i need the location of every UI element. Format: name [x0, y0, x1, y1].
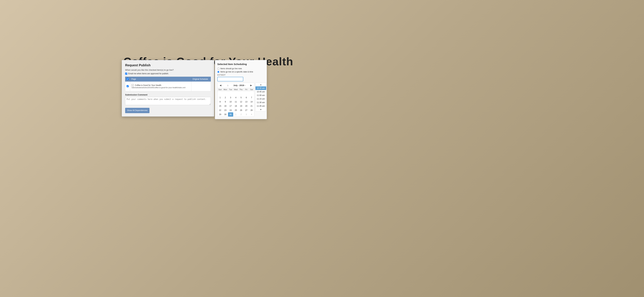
calendar-day[interactable] — [218, 91, 223, 95]
calendar-day[interactable]: 3 — [228, 95, 233, 100]
email-notification-checkbox[interactable] — [125, 73, 127, 75]
calendar-day[interactable]: 21 — [249, 104, 254, 108]
row-schedule-cell — [191, 81, 211, 91]
calendar-day[interactable]: 11 — [233, 100, 238, 104]
calendar-home-button[interactable]: ⌂ — [226, 84, 229, 87]
weekday-fri: Fri — [244, 88, 249, 91]
time-up-button[interactable]: ▲ — [256, 83, 266, 86]
table-select-all-checkbox[interactable] — [126, 78, 129, 80]
row-page-cell: + Coffee is Good for Your Health /site/w… — [130, 81, 191, 91]
dialog-title: Request Publish — [125, 63, 211, 67]
calendar-day[interactable]: 5 — [238, 95, 244, 100]
time-slot[interactable]: 11:30 am — [256, 101, 266, 104]
calendar-day[interactable]: 9 — [223, 100, 228, 104]
calendar-day[interactable]: 18 — [233, 104, 238, 108]
scheduling-panel: Selected Item Scheduling Items should go… — [215, 60, 267, 119]
time-slot[interactable]: 10:45 am — [256, 90, 266, 93]
calendar-day[interactable]: 6 — [244, 95, 249, 100]
submission-section: Submission Comment — [125, 93, 211, 106]
calendar-day[interactable]: 1 — [218, 95, 223, 100]
calendar-day[interactable]: 4 — [233, 95, 238, 100]
expand-icon[interactable]: + — [132, 84, 134, 86]
calendar-day[interactable]: 29 — [218, 112, 223, 117]
calendar-wrapper: ◀ ⌂ July - 2018 - ▶ Sun Mon Tue Wed — [217, 83, 254, 117]
radio-now-label: Items should go live now. — [220, 67, 242, 70]
calendar-day[interactable]: 16 — [223, 104, 228, 108]
calendar-day[interactable]: 8 — [218, 100, 223, 104]
calendar-day[interactable]: 28 — [249, 108, 254, 112]
time-slot[interactable]: 11:15 am — [256, 97, 266, 101]
calendar-day[interactable]: 15 — [218, 104, 223, 108]
weekday-thu: Thu — [238, 88, 244, 91]
calendar-prev-button[interactable]: ◀ — [219, 84, 222, 87]
calendar-grid: Sun Mon Tue Wed Thu Fri Sat 123456789101… — [218, 88, 254, 117]
calendar-day[interactable]: 12 — [238, 100, 244, 104]
scheduling-title: Selected Item Scheduling — [217, 63, 264, 65]
calendar-day[interactable]: 14 — [249, 100, 254, 104]
table-row: + Coffee is Good for Your Health /site/w… — [125, 81, 211, 91]
calendar-header: ◀ ⌂ July - 2018 - ▶ — [218, 83, 254, 88]
background-overlay — [0, 0, 644, 297]
radio-specific[interactable] — [217, 71, 220, 73]
radio-specific-label: Items go live on a specific date & time — [220, 71, 253, 73]
time-slot[interactable]: 11:00 am — [256, 93, 266, 97]
calendar-day[interactable]: 7 — [249, 95, 254, 100]
submission-textarea[interactable] — [125, 97, 211, 105]
weekday-wed: Wed — [233, 88, 238, 91]
calendar-next-button[interactable]: ▶ — [250, 84, 253, 87]
table-header-schedule: Original Schedule — [191, 77, 211, 81]
calendar-day[interactable]: 10 — [228, 100, 233, 104]
email-notification-row: Email me when items are approved for pub… — [125, 72, 211, 75]
calendar-day[interactable]: 30 — [223, 112, 228, 117]
weekday-mon: Mon — [223, 88, 228, 91]
item-url: /site/website/articles/2016/6/coffee-is-… — [132, 87, 185, 88]
dialog-subtitle: When would you like the checked item(s) … — [125, 69, 211, 71]
show-dependencies-button[interactable]: Show All Dependencies — [125, 108, 150, 113]
time-picker: ▲ 10:30 am10:45 am11:00 am11:15 am11:30 … — [255, 83, 266, 112]
radio-now[interactable] — [217, 68, 220, 70]
time-down-button[interactable]: ▼ — [256, 108, 266, 111]
submission-label: Submission Comment — [125, 93, 211, 96]
request-publish-dialog: Request Publish When would you like the … — [122, 60, 214, 117]
calendar-day[interactable] — [244, 91, 249, 95]
calendar-day[interactable]: 2 — [223, 95, 228, 100]
calendar-day[interactable]: 31 — [228, 112, 233, 117]
calendar-day[interactable]: 27 — [244, 108, 249, 112]
calendar-day[interactable]: 19 — [238, 104, 244, 108]
calendar-day[interactable] — [223, 91, 228, 95]
radio-now-row: Items should go live now. — [217, 67, 264, 70]
calendar-day[interactable]: 3 — [244, 112, 249, 117]
calendar-day[interactable] — [249, 91, 254, 95]
item-name: Coffee is Good for Your Health — [135, 84, 161, 86]
time-slot[interactable]: 10:30 am — [256, 86, 266, 90]
weekday-sun: Sun — [218, 88, 223, 91]
calendar-day[interactable] — [233, 91, 238, 95]
calendar-day[interactable]: 1 — [233, 112, 238, 117]
calendar-day[interactable]: 17 — [228, 104, 233, 108]
row-checkbox[interactable] — [126, 85, 129, 87]
datetime-input[interactable] — [217, 77, 243, 81]
dialog-wrapper: Request Publish When would you like the … — [122, 60, 267, 119]
weekday-tue: Tue — [228, 88, 233, 91]
radio-specific-row: Items go live on a specific date & time — [217, 71, 264, 73]
calendar-day[interactable]: 20 — [244, 104, 249, 108]
timezone-label: ESTSEDT — [217, 74, 264, 76]
table-header-page: Page — [130, 77, 191, 81]
calendar-day[interactable] — [228, 91, 233, 95]
items-table: Page Original Schedule + Coffee is Good … — [125, 77, 211, 91]
calendar-time-row: ◀ ⌂ July - 2018 - ▶ Sun Mon Tue Wed — [217, 83, 264, 117]
calendar-day[interactable]: 13 — [244, 100, 249, 104]
table-header-checkbox — [125, 77, 130, 81]
calendar-container: ◀ ⌂ July - 2018 - ▶ Sun Mon Tue Wed — [217, 83, 254, 117]
calendar-day[interactable]: 24 — [228, 108, 233, 112]
calendar-day[interactable]: 2 — [238, 112, 244, 117]
calendar-day[interactable]: 23 — [223, 108, 228, 112]
calendar-day[interactable] — [238, 91, 244, 95]
weekday-sat: Sat — [249, 88, 254, 91]
calendar-day[interactable]: 4 — [249, 112, 254, 117]
calendar-day[interactable]: 22 — [218, 108, 223, 112]
time-slot[interactable]: 11:45 am — [256, 104, 266, 108]
calendar-day[interactable]: 26 — [238, 108, 244, 112]
calendar-day[interactable]: 25 — [233, 108, 238, 112]
row-checkbox-cell — [125, 81, 130, 91]
